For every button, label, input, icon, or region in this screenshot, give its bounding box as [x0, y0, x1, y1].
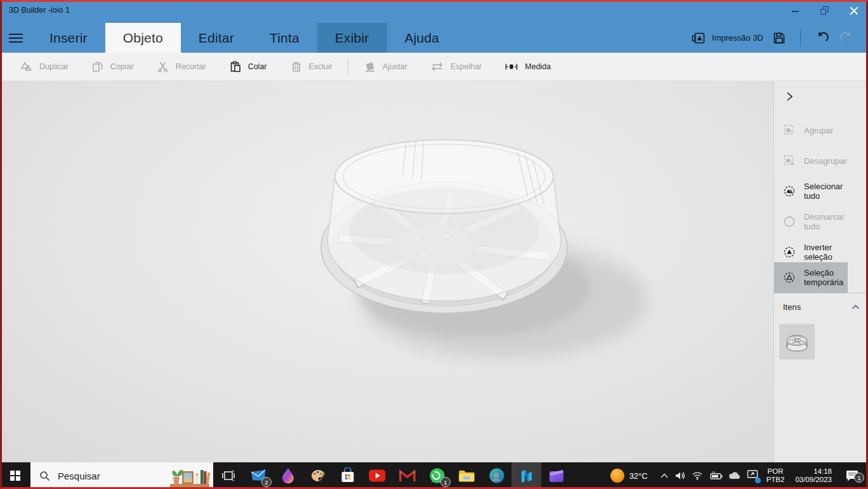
- menu-bar: Inserir Objeto Editar Tinta Exibir Ajuda…: [0, 23, 868, 53]
- 3d-viewport[interactable]: [0, 81, 773, 462]
- tab-objeto[interactable]: Objeto: [105, 23, 181, 53]
- tab-ajuda[interactable]: Ajuda: [387, 23, 457, 53]
- desmarcar-tudo-button[interactable]: Desmarcar tudo: [774, 206, 848, 237]
- tool-label: Recortar: [176, 62, 206, 71]
- deselect-icon: [783, 215, 796, 228]
- edge-profile-button[interactable]: [482, 462, 511, 489]
- clock-time: 14:18: [795, 467, 832, 476]
- tool-label: Duplicar: [39, 62, 69, 71]
- recortar-button[interactable]: Recortar: [145, 53, 218, 81]
- quick-actions: Impressão 3D: [691, 23, 868, 53]
- chevron-right-icon: [785, 91, 794, 102]
- file-explorer-button[interactable]: [452, 462, 482, 489]
- paint-app-button[interactable]: [303, 462, 332, 489]
- task-view-button[interactable]: [213, 462, 243, 489]
- wifi-icon[interactable]: [692, 471, 703, 480]
- desagrupar-button[interactable]: Desagrupar: [774, 145, 848, 176]
- print-3d-button[interactable]: Impressão 3D: [691, 31, 763, 45]
- battery-charging-icon[interactable]: [709, 471, 723, 480]
- menu-tabs: Inserir Objeto Editar Tinta Exibir Ajuda: [32, 23, 457, 53]
- copiar-button[interactable]: Copiar: [80, 53, 145, 81]
- side-label: Selecionar tudo: [804, 182, 848, 201]
- side-label: Agrupar: [804, 126, 833, 135]
- main-area: Agrupar Desagrupar Selecionar tudo: [0, 81, 868, 462]
- 3d-builder-app-button[interactable]: [511, 462, 541, 489]
- select-all-icon: [783, 185, 796, 198]
- save-icon[interactable]: [772, 31, 786, 45]
- taskbar-search[interactable]: [30, 462, 213, 489]
- side-label: Desagrupar: [804, 156, 847, 166]
- minimize-icon: [792, 11, 799, 12]
- tab-tinta[interactable]: Tinta: [252, 23, 317, 53]
- youtube-icon: [369, 469, 386, 482]
- microsoft-store-button[interactable]: [332, 462, 362, 489]
- copy-icon: [91, 60, 104, 73]
- ribbon-divider: [348, 58, 348, 75]
- restore-button[interactable]: [810, 0, 839, 20]
- colar-button[interactable]: Colar: [218, 53, 279, 81]
- onedrive-icon[interactable]: [728, 471, 741, 480]
- close-icon: [850, 6, 858, 15]
- language-line2: PTB2: [766, 476, 785, 484]
- object-panel: Agrupar Desagrupar Selecionar tudo: [773, 81, 868, 462]
- gmail-app-button[interactable]: [392, 462, 422, 489]
- start-button[interactable]: [0, 462, 30, 489]
- undo-icon[interactable]: [815, 30, 830, 46]
- tab-editar[interactable]: Editar: [181, 23, 252, 53]
- measure-icon: [504, 60, 518, 73]
- medida-button[interactable]: Medida: [493, 53, 562, 81]
- whatsapp-badge: 1: [440, 477, 450, 487]
- whatsapp-app-button[interactable]: 1: [422, 462, 452, 489]
- duplicar-button[interactable]: Duplicar: [9, 53, 80, 81]
- mirror-icon: [430, 60, 444, 73]
- hamburger-menu-button[interactable]: [0, 23, 32, 53]
- taskbar: 2: [0, 462, 868, 489]
- cast-tray-button[interactable]: [747, 469, 758, 482]
- paint-icon: [310, 468, 326, 483]
- volume-icon[interactable]: [674, 471, 686, 481]
- tool-label: Medida: [525, 62, 551, 71]
- excluir-button[interactable]: Excluir: [279, 53, 345, 81]
- task-view-icon: [221, 469, 235, 482]
- redo-icon[interactable]: [839, 30, 854, 46]
- search-input[interactable]: [58, 471, 147, 481]
- minimize-button[interactable]: [780, 0, 810, 20]
- mail-app-button[interactable]: 2: [243, 462, 273, 489]
- hidden-icons-chevron[interactable]: [660, 472, 669, 479]
- selecionar-tudo-button[interactable]: Selecionar tudo: [774, 176, 848, 206]
- chevron-up-icon: [852, 304, 860, 310]
- action-center-button[interactable]: 1: [841, 469, 863, 482]
- item-thumbnail-spool[interactable]: [779, 324, 815, 359]
- store-icon: [340, 467, 355, 484]
- spool-3d-model[interactable]: [0, 81, 773, 462]
- desktop-screen: 3D Builder -ioio 1 Inserir Objeto Editar…: [0, 0, 868, 489]
- gmail-icon: [399, 469, 416, 482]
- tab-exibir[interactable]: Exibir: [317, 23, 387, 53]
- edge-profile-icon: [489, 467, 505, 484]
- selecao-temporaria-button[interactable]: Seleção temporária: [774, 262, 848, 293]
- window-controls: [780, 0, 868, 20]
- temporary-selection-icon: [783, 271, 796, 284]
- ungroup-icon: [783, 154, 796, 167]
- ajustar-button[interactable]: Ajustar: [352, 53, 419, 81]
- spool-thumbnail-icon: [782, 328, 812, 356]
- side-label: Seleção temporária: [804, 268, 848, 287]
- clock[interactable]: 14:18 03/09/2023: [795, 467, 832, 484]
- items-section-header[interactable]: Itens: [774, 298, 868, 316]
- agrupar-button[interactable]: Agrupar: [774, 115, 848, 145]
- paint3d-icon: [281, 467, 295, 484]
- close-button[interactable]: [839, 0, 868, 20]
- movies-app-button[interactable]: [541, 462, 571, 489]
- temperature: 32°C: [629, 471, 648, 481]
- invert-selection-icon: [783, 246, 796, 258]
- tab-inserir[interactable]: Inserir: [32, 23, 105, 53]
- youtube-app-button[interactable]: [362, 462, 392, 489]
- espelhar-button[interactable]: Espelhar: [419, 53, 493, 81]
- language-indicator[interactable]: POR PTB2: [766, 467, 785, 484]
- paint3d-app-button[interactable]: [273, 462, 303, 489]
- mail-badge: 2: [261, 477, 272, 487]
- weather-widget[interactable]: 32°C: [610, 469, 648, 483]
- settle-icon: [364, 60, 376, 73]
- collapse-panel-button[interactable]: [782, 89, 797, 104]
- notification-badge: 1: [854, 472, 864, 483]
